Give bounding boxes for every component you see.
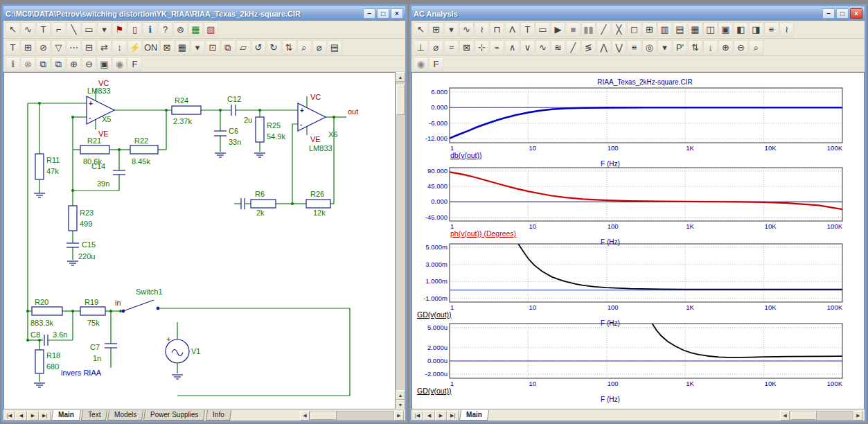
scroll-right-button[interactable]: ▶ (853, 411, 863, 421)
split-right-icon[interactable]: ◨ (749, 22, 763, 37)
node-voltages-icon[interactable]: ▽ (51, 40, 66, 55)
analysis-titlebar[interactable]: AC Analysis – □ × (411, 6, 865, 21)
zoom-box-icon[interactable]: ◻ (627, 22, 641, 37)
mirror-icon[interactable]: ⇅ (282, 40, 296, 55)
note-text[interactable]: invers RIAA (61, 369, 102, 377)
flip-vertical-icon[interactable]: ↕ (112, 40, 127, 55)
node-label-in[interactable]: in (115, 299, 121, 307)
switch-SW1[interactable] (122, 300, 159, 312)
ref-label[interactable]: C8 (30, 330, 40, 339)
tab-models[interactable]: Models (107, 410, 143, 421)
tab-info[interactable]: Info (206, 410, 231, 421)
restore-button[interactable]: □ (836, 8, 849, 19)
resistor-R6[interactable] (251, 200, 276, 208)
ground-icon[interactable] (34, 193, 45, 197)
ground-icon[interactable] (254, 153, 265, 157)
value-label[interactable]: 1n (93, 354, 101, 362)
pulse-icon[interactable]: ⊓ (490, 22, 504, 37)
zoom-out-icon[interactable]: ⊖ (82, 57, 96, 71)
resistor-R18[interactable] (35, 350, 44, 373)
grid-dots-icon[interactable]: ⋯ (67, 40, 81, 55)
resistor-R25[interactable] (256, 117, 264, 142)
pause-icon[interactable]: ▮▮ (581, 22, 596, 37)
part-label[interactable]: LM833 (309, 144, 333, 152)
schematic-titlebar[interactable]: C:\MC9\DATA\Petrov\switching distortion\… (3, 6, 405, 21)
render-icon[interactable]: ◉ (112, 57, 127, 71)
scroll-thumb[interactable] (396, 85, 405, 115)
paste-window-icon[interactable]: ⧉ (51, 57, 66, 71)
tab-main[interactable]: Main (459, 410, 489, 421)
resistor-R20[interactable] (32, 307, 62, 315)
grid-icon[interactable]: ⊞ (642, 22, 657, 37)
flag-tool-icon[interactable]: ⚑ (112, 22, 127, 37)
capacitor-C12[interactable] (231, 105, 236, 116)
bottom-cursor-icon[interactable]: ≡ (627, 40, 641, 55)
node-label-vc[interactable]: VC (310, 93, 321, 101)
ref-label[interactable]: R24 (175, 96, 188, 105)
scroll-up-button2[interactable]: ▲ (396, 390, 405, 400)
scroll-left-button[interactable]: ◀ (780, 411, 790, 421)
panes-horizontal-icon[interactable]: ▤ (673, 22, 687, 37)
stretch-icon[interactable]: ▱ (236, 40, 251, 55)
cursor-dropdown-icon[interactable]: ▾ (657, 40, 672, 55)
tab-power-supplies[interactable]: Power Supplies (143, 410, 206, 421)
scroll-right-button[interactable]: ▶ (394, 411, 404, 421)
components[interactable] (32, 96, 330, 387)
zoom-in-icon[interactable]: ⊕ (718, 40, 733, 55)
capacitor-C15[interactable] (67, 243, 79, 247)
ground-icon[interactable] (34, 383, 45, 387)
cross-tool-icon[interactable]: ╳ (612, 22, 626, 37)
info-icon[interactable]: ℹ (6, 57, 20, 71)
value-label[interactable]: 3.6n (53, 330, 67, 339)
ref-label[interactable]: C15 (82, 240, 96, 249)
attribute-text-icon[interactable]: T (6, 40, 20, 55)
sheet-select-icon[interactable]: ▦ (175, 40, 190, 55)
scroll-thumb[interactable] (790, 412, 817, 420)
preferences-icon[interactable]: ⊚ (173, 22, 188, 37)
title-block-icon[interactable]: ⧉ (221, 40, 236, 55)
no-op-icon[interactable]: ⌀ (312, 40, 327, 55)
curve[interactable] (653, 324, 843, 357)
smooth-icon[interactable]: ≈ (444, 40, 459, 55)
text-tool-icon[interactable]: T (36, 22, 51, 37)
ortho-wire-icon[interactable]: ⌐ (51, 22, 66, 37)
curve[interactable] (450, 172, 842, 209)
component-dropdown-icon[interactable]: ▾ (97, 22, 112, 37)
horizontal-scrollbar[interactable]: ◀ ▶ (300, 411, 404, 421)
ground-cursor-icon[interactable]: ⊥ (414, 40, 428, 55)
ground-icon[interactable] (172, 375, 183, 379)
single-pane-icon[interactable]: ▣ (718, 22, 733, 37)
run-icon[interactable]: ▶ (551, 22, 565, 37)
snapshot-icon[interactable]: ▣ (97, 57, 112, 71)
zoom-out-icon[interactable]: ⊖ (734, 40, 748, 55)
rotate-ccw-icon[interactable]: ↺ (251, 40, 266, 55)
component-icon[interactable]: ▭ (82, 22, 96, 37)
node-label-ve[interactable]: VE (310, 135, 321, 143)
first-page-button[interactable]: |◀ (411, 411, 423, 421)
global-high-icon[interactable]: ⋀ (596, 40, 611, 55)
ref-label[interactable]: R21 (87, 136, 101, 145)
ref-label[interactable]: V1 (191, 347, 200, 355)
ref-label[interactable]: C12 (227, 95, 241, 103)
resistor-R23[interactable] (69, 206, 77, 231)
value-label[interactable]: 75k (87, 319, 100, 327)
plots-svg[interactable]: 6.0000.000-6.000-12.0001101001K10K100Kdb… (412, 73, 865, 409)
tab-main[interactable]: Main (51, 410, 81, 421)
copy-window-icon[interactable]: ⧉ (36, 57, 51, 71)
bitmap-tool-icon[interactable]: ▦ (188, 22, 203, 37)
scroll-up-button[interactable]: ▲ (396, 72, 405, 82)
split-left-icon[interactable]: ◧ (734, 22, 748, 37)
wire-mode-icon[interactable]: ∿ (21, 22, 35, 37)
value-label[interactable]: 680 (46, 362, 59, 371)
prev-page-button[interactable]: ◀ (423, 411, 435, 421)
condition-display-icon[interactable]: ⊠ (160, 40, 175, 55)
list-view-icon[interactable]: ▤ (328, 40, 342, 55)
signal-icon[interactable]: ≀ (475, 22, 489, 37)
value-label[interactable]: 47k (46, 167, 59, 175)
inflection-icon[interactable]: ≶ (581, 40, 596, 55)
ref-label[interactable]: Switch1 (136, 288, 163, 296)
waveform-label[interactable]: GD(v(out)) (417, 387, 452, 395)
close-button[interactable]: × (850, 8, 862, 19)
peak-cursor-icon[interactable]: ∧ (505, 40, 520, 55)
capacitor-C14[interactable] (113, 170, 125, 175)
